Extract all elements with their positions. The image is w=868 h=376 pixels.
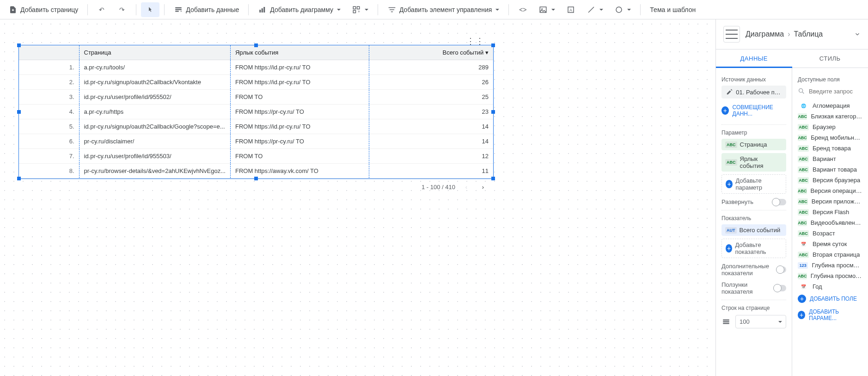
field-name: Время суток [813,240,847,247]
available-field[interactable]: ABCВторая страница [798,249,862,260]
cell-page: id.pr-cy.ru/signup/oauth2Callback/Google… [79,119,230,134]
resize-handle[interactable] [17,43,21,47]
embed-button[interactable]: <> [513,2,532,17]
add-chart-label: Добавить диаграмму [270,6,333,13]
table-type-icon[interactable] [723,26,740,43]
add-control-button[interactable]: Добавить элемент управления [383,2,504,17]
resize-handle[interactable] [254,43,258,47]
available-field[interactable]: ABCВариант товара [798,164,862,175]
drag-handle-icon[interactable]: ⋮⋮ [466,36,485,46]
available-field[interactable]: ABCВерсия приложения [798,196,862,207]
expand-toggle[interactable] [772,199,786,205]
theme-button[interactable]: Тема и шаблон [645,3,700,16]
cell-label: FROM https://id.pr-cy.ru/ TO [230,119,369,134]
available-field[interactable]: ABCВидеообъявление Tr... [798,217,862,228]
select-tool-button[interactable] [141,2,159,17]
add-page-button[interactable]: Добавить страницу [4,2,83,17]
resize-handle[interactable] [491,177,495,180]
svg-line-21 [802,92,804,93]
field-name: Близкая категория (... [811,113,862,120]
prev-page-button[interactable]: ‹ [461,181,472,192]
cell-label: FROM https://id.pr-cy.ru/ TO [230,60,369,75]
svg-rect-19 [723,323,729,324]
available-field[interactable]: ABCБраузер [798,122,862,132]
line-button[interactable] [582,2,608,17]
tab-style[interactable]: СТИЛЬ [792,49,868,68]
field-search-input[interactable] [809,88,868,95]
resize-handle[interactable] [491,110,495,114]
redo-icon: ↷ [117,5,127,14]
blend-label: СОВМЕЩЕНИЕ ДАНН... [733,104,786,117]
col-total[interactable]: Всего событий ▾ [369,45,493,60]
field-name: Браузер [813,123,836,130]
resize-handle[interactable] [17,110,21,114]
available-field[interactable]: ABCВерсия Flash [798,207,862,217]
cell-label: FROM TO [230,149,369,164]
available-field[interactable]: ABCГлубина просмотра (... [798,271,862,281]
field-search[interactable] [798,86,862,97]
available-field[interactable]: 🌐Агломерация [798,100,862,111]
tab-data[interactable]: ДАННЫЕ [716,49,792,68]
available-field[interactable]: ABCВариант [798,154,862,164]
available-field[interactable]: ABCБлизкая категория (... [798,111,862,122]
data-table: Страница Ярлык события Всего событий ▾ 1… [19,45,493,179]
selected-table-chart[interactable]: ⋮⋮ Страница Ярлык события В [18,45,494,179]
add-data-label: Добавить данные [186,6,239,13]
separator [508,4,509,15]
search-icon [798,87,805,95]
cell-page: pr-cy.ru/disclaimer/ [79,134,230,149]
available-field[interactable]: 📅Год [798,281,862,292]
add-chart-button[interactable]: Добавить диаграмму [253,2,345,17]
extra-metrics-toggle[interactable] [776,266,786,273]
image-button[interactable] [534,2,560,17]
redo-button[interactable]: ↷ [113,2,131,17]
undo-button[interactable]: ↶ [92,2,111,17]
table-row: 6.pr-cy.ru/disclaimer/FROM https://pr-cy… [19,134,493,149]
resize-handle[interactable] [254,177,258,180]
metric-sliders-toggle[interactable] [774,285,786,291]
col-page[interactable]: Страница [79,45,230,60]
add-metric-button[interactable]: +Добавьте показатель [721,239,786,258]
shape-button[interactable] [610,2,636,17]
separator [378,4,378,15]
svg-text:+: + [180,9,183,13]
field-name: Версия операционно... [811,187,862,194]
table-row: 4.a.pr-cy.ru/httpsFROM https://pr-cy.ru/… [19,105,493,119]
expand-icon[interactable] [854,31,861,37]
dimension-chip[interactable]: ABCСтраница [721,139,786,150]
svg-rect-4 [260,10,261,12]
cell-page: a.pr-cy.ru/https [79,105,230,119]
available-field[interactable]: 📅Время суток [798,239,862,249]
properties-panel: Диаграмма › Таблица ДАННЫЕ СТИЛЬ Источни… [715,19,868,376]
available-field[interactable]: 123Глубина просмотра [798,260,862,271]
available-field[interactable]: ABCВозраст [798,228,862,239]
available-field[interactable]: ABCБренд товара [798,143,862,154]
text-button[interactable]: A [562,2,580,17]
available-field[interactable]: ABCВерсия браузера [798,175,862,185]
extra-metrics-label: Дополнительные показатели [721,263,776,277]
svg-rect-7 [353,6,355,9]
resize-handle[interactable] [17,177,21,180]
embed-icon: <> [518,5,527,14]
next-page-button[interactable]: › [477,181,489,192]
col-event-label[interactable]: Ярлык события [230,45,369,60]
svg-rect-5 [262,8,263,12]
community-viz-button[interactable]: + [347,2,373,17]
row-index: 7. [19,149,79,164]
add-parameter-button[interactable]: +ДОБАВИТЬ ПАРАМЕ... [798,306,862,324]
edit-datasource-icon[interactable] [725,87,733,97]
blend-data-button[interactable]: + СОВМЕЩЕНИЕ ДАНН... [721,101,786,120]
metric-chip[interactable]: AUTВсего событий [721,224,786,236]
dimension-chip[interactable]: ABCЯрлык события [721,153,786,172]
datasource-chip[interactable]: 01. Рабочее пред... [721,86,786,99]
report-canvas[interactable]: ⋮⋮ Страница Ярлык события В [0,19,715,376]
rows-per-page-select[interactable]: 100 [735,315,786,328]
chevron-down-icon [778,321,782,323]
add-field-button[interactable]: +ДОБАВИТЬ ПОЛЕ [798,292,862,306]
add-data-button[interactable]: + Добавить данные [169,2,244,17]
add-control-label: Добавить элемент управления [399,6,492,13]
add-dimension-button[interactable]: +Добавьте параметр [721,174,786,194]
available-field[interactable]: ABCВерсия операционно... [798,185,862,196]
available-field[interactable]: ABCБренд мобильного у... [798,132,862,143]
resize-handle[interactable] [491,43,495,47]
